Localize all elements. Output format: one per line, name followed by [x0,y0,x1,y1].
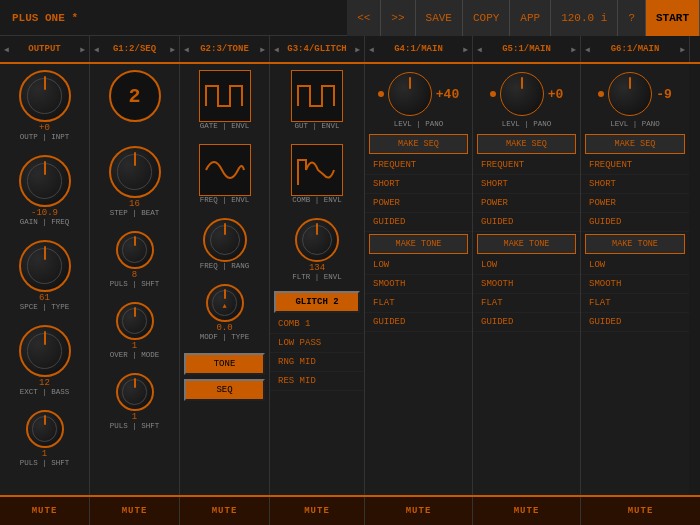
g1-mute-button[interactable]: MUTE [90,497,180,525]
g1-big-number[interactable]: 2 [109,70,161,122]
over-mode-label: OVER | MODE [110,351,160,359]
g2-gate-envl-display[interactable] [199,70,251,122]
exct-bass-label: EXCT | BASS [20,388,70,396]
g2-tone-button[interactable]: TONE [184,353,265,375]
rewind-button[interactable]: << [347,0,381,36]
puls-shft-value: 1 [42,449,47,459]
g5-seq-frequent[interactable]: FREQUENT [473,156,580,175]
lowpass-item[interactable]: LOW PASS [270,334,364,353]
g3-knob3-section: 134 FLTR | ENVL [270,212,364,289]
fltr-envl-knob[interactable] [295,218,339,262]
g5-make-tone-button[interactable]: MAKE TONE [477,234,576,254]
arrow-right-output[interactable]: ▶ [80,45,85,54]
gain-freq-knob[interactable] [19,155,71,207]
step-beat-knob[interactable] [109,146,161,198]
g3-wave1-section: GUT | ENVL [270,64,364,138]
g2-freq-rang-knob[interactable] [203,218,247,262]
g6-tone-low[interactable]: LOW [581,256,689,275]
g4-top: +40 LEVL | PANO [365,64,472,132]
save-button[interactable]: SAVE [416,0,463,36]
g1-knob2-section: 8 PULS | SHFT [90,225,179,296]
app-button[interactable]: APP [510,0,551,36]
g3-wave2-section: COMB | ENVL [270,138,364,212]
g4-tone-smooth[interactable]: SMOOTH [365,275,472,294]
g5-tone-smooth[interactable]: SMOOTH [473,275,580,294]
g4-tone-low[interactable]: LOW [365,256,472,275]
g6-column: -9 LEVL | PANO MAKE SEQ FREQUENT SHORT P… [581,64,689,495]
outp-inpt-knob[interactable] [19,70,71,122]
g4-mute-button[interactable]: MUTE [365,497,473,525]
start-button[interactable]: START [646,0,700,36]
output-knob5-section: 1 PULS | SHFT [0,404,89,475]
col-header-output: ◀ OUTPUT ▶ [0,36,90,62]
g1-puls-shft-knob[interactable] [116,231,154,269]
g6-make-tone-button[interactable]: MAKE TONE [585,234,685,254]
g5-seq-guided[interactable]: GUIDED [473,213,580,232]
output-knob2-section: -10.9 GAIN | FREQ [0,149,89,234]
comb1-item[interactable]: COMB 1 [270,315,364,334]
g6-seq-power[interactable]: POWER [581,194,689,213]
g5-indicator [490,91,496,97]
copy-button[interactable]: COPY [463,0,510,36]
g6-mute-button[interactable]: MUTE [581,497,700,525]
g3-mute-button[interactable]: MUTE [270,497,365,525]
g1-puls-shft2-knob[interactable] [116,373,154,411]
g1-puls-shft2-label: PULS | SHFT [110,422,160,430]
g4-tone-flat[interactable]: FLAT [365,294,472,313]
g5-seq-power[interactable]: POWER [473,194,580,213]
g6-make-seq-button[interactable]: MAKE SEQ [585,134,685,154]
g2-mute-button[interactable]: MUTE [180,497,270,525]
g2-freq-envl-display[interactable] [199,144,251,196]
output-mute-button[interactable]: MUTE [0,497,90,525]
g6-level-value: -9 [656,87,672,102]
resmid-item[interactable]: RES MID [270,372,364,391]
col-header-g5: ◀ G5:1/MAIN ▶ [473,36,581,62]
over-mode-knob[interactable] [116,302,154,340]
g4-seq-frequent[interactable]: FREQUENT [365,156,472,175]
g5-top: +0 LEVL | PANO [473,64,580,132]
puls-shft-knob[interactable] [26,410,64,448]
mute-bar: MUTE MUTE MUTE MUTE MUTE MUTE MUTE [0,495,700,525]
g4-level-label: LEVL | PANO [394,120,444,128]
freq-rang-label: FREQ | RANG [200,262,250,270]
g6-level-knob[interactable] [608,72,652,116]
g4-seq-short[interactable]: SHORT [365,175,472,194]
g4-tone-guided[interactable]: GUIDED [365,313,472,332]
g6-seq-frequent[interactable]: FREQUENT [581,156,689,175]
modf-type-knob[interactable]: ▲ [206,284,244,322]
g2-label: G2:3/TONE [189,44,260,54]
forward-button[interactable]: >> [381,0,415,36]
g1-bignum-section: 2 [90,64,179,140]
g5-make-seq-button[interactable]: MAKE SEQ [477,134,576,154]
bpm-button[interactable]: 120.0 i [551,0,618,36]
main-content: +0 OUTP | INPT -10.9 GAIN | FREQ 61 SPCE… [0,64,700,495]
g3-gut-envl-display[interactable] [291,70,343,122]
glitch2-button[interactable]: GLITCH 2 [274,291,360,313]
g4-make-seq-button[interactable]: MAKE SEQ [369,134,468,154]
g1-puls-shft-value: 8 [132,270,137,280]
g6-tone-guided[interactable]: GUIDED [581,313,689,332]
g5-tone-flat[interactable]: FLAT [473,294,580,313]
g6-tone-flat[interactable]: FLAT [581,294,689,313]
g4-seq-guided[interactable]: GUIDED [365,213,472,232]
g3-comb-envl-display[interactable] [291,144,343,196]
g3-label: G3:4/GLITCH [279,44,355,54]
g5-level-knob[interactable] [500,72,544,116]
rngmid-item[interactable]: RNG MID [270,353,364,372]
help-button[interactable]: ? [618,0,646,36]
g5-mute-button[interactable]: MUTE [473,497,581,525]
g4-seq-power[interactable]: POWER [365,194,472,213]
spce-type-knob[interactable] [19,240,71,292]
g5-tone-guided[interactable]: GUIDED [473,313,580,332]
g2-wave2-section: FREQ | ENVL [180,138,269,212]
g4-level-knob[interactable] [388,72,432,116]
g6-seq-short[interactable]: SHORT [581,175,689,194]
g5-tone-low[interactable]: LOW [473,256,580,275]
g5-seq-short[interactable]: SHORT [473,175,580,194]
g2-seq-button[interactable]: SEQ [184,379,265,401]
exct-bass-knob[interactable] [19,325,71,377]
g6-seq-guided[interactable]: GUIDED [581,213,689,232]
top-bar: PLUS ONE * << >> SAVE COPY APP 120.0 i ?… [0,0,700,36]
g6-tone-smooth[interactable]: SMOOTH [581,275,689,294]
g4-make-tone-button[interactable]: MAKE TONE [369,234,468,254]
